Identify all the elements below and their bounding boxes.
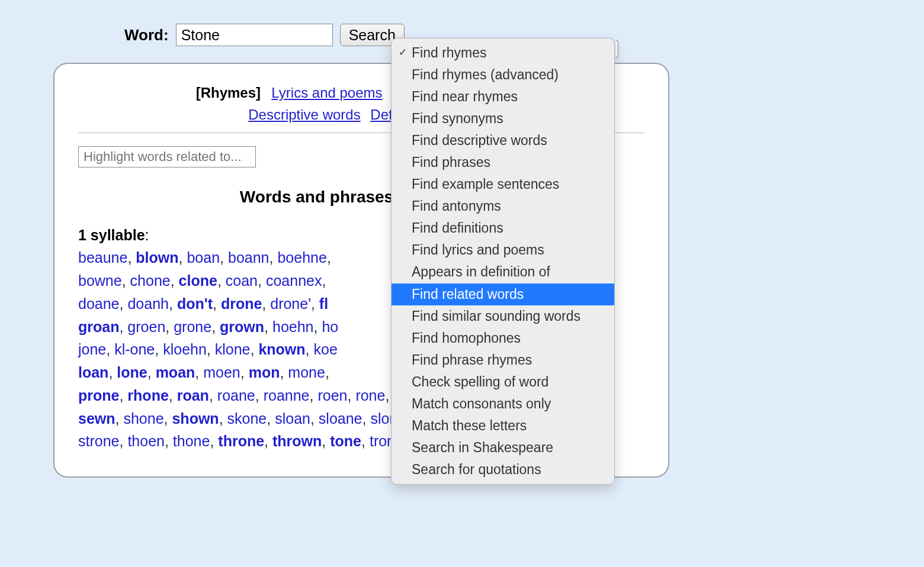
rhyme-word[interactable]: tone [330,433,361,449]
rhyme-word[interactable]: mon [249,364,280,381]
dropdown-option[interactable]: Find phrases [392,152,614,173]
rhyme-word[interactable]: known [258,341,305,357]
rhyme-word[interactable]: doane [78,295,120,312]
rhyme-word[interactable]: sewn [78,410,116,427]
rhyme-word[interactable]: moan [156,364,195,381]
rhyme-word[interactable]: mone [288,364,325,381]
rhyme-word[interactable]: don't [177,295,213,312]
rhyme-word[interactable]: coan [226,272,258,289]
rhyme-word[interactable]: kloehn [163,341,207,357]
rhyme-word[interactable]: strone [78,433,119,449]
rhyme-word[interactable]: clone [179,272,217,289]
rhyme-word[interactable]: fl [319,295,328,312]
rhyme-word[interactable]: thoen [127,433,165,449]
rhyme-word[interactable]: loan [78,364,108,381]
rhyme-word[interactable]: sloane [319,410,362,427]
rhyme-word[interactable]: rhone [127,387,168,404]
rhyme-word[interactable]: koe [314,341,338,357]
dropdown-option[interactable]: Search for quotations [392,459,614,481]
nav-link[interactable]: Lyrics and poems [271,85,382,101]
rhyme-word[interactable]: roanne [264,387,310,404]
dropdown-option[interactable]: Find lyrics and poems [392,239,614,261]
search-input[interactable] [176,24,333,46]
nav-current: [Rhymes] [196,85,261,101]
rhyme-word[interactable]: blown [136,249,178,266]
dropdown-option[interactable]: Find near rhymes [392,86,614,108]
dropdown-option[interactable]: Find similar sounding words [392,305,614,327]
dropdown-option[interactable]: Find descriptive words [392,130,614,152]
dropdown-option[interactable]: Find definitions [392,217,614,239]
rhyme-word[interactable]: lone [117,364,147,381]
rhyme-word[interactable]: klone [215,341,251,357]
rhyme-word[interactable]: roan [177,387,209,404]
rhyme-word[interactable]: jone [78,341,106,357]
rhyme-word[interactable]: sloan [275,410,310,427]
dropdown-option[interactable]: Find rhymes [392,42,614,64]
dropdown-option[interactable]: Match consonants only [392,393,614,415]
rhyme-word[interactable]: thone [173,433,210,449]
rhyme-word[interactable]: throne [218,433,264,449]
dropdown-option[interactable]: Find related words [392,284,614,305]
dropdown-option[interactable]: Find antonyms [392,195,614,217]
rhyme-word[interactable]: shown [172,410,219,427]
rhyme-word[interactable]: boehne [277,249,326,266]
dropdown-option[interactable]: Find homophones [392,327,614,349]
dropdown-option[interactable]: Search in Shakespeare [392,437,614,459]
search-label: Word: [124,26,169,44]
dropdown-option[interactable]: Appears in definition of [392,261,614,283]
rhyme-word[interactable]: bowne [78,272,122,289]
rhyme-word[interactable]: coannex [266,272,322,289]
dropdown-option[interactable]: Check spelling of word [392,371,614,393]
rhyme-word[interactable]: chone [130,272,171,289]
dropdown-option[interactable]: Find example sentences [392,173,614,195]
rhyme-word[interactable]: drone' [270,295,311,312]
dropdown-option[interactable]: Match these letters [392,415,614,437]
rhyme-word[interactable]: hoehn [272,318,314,335]
rhyme-word[interactable]: moen [203,364,240,381]
dropdown-option[interactable]: Find phrase rhymes [392,349,614,371]
highlight-filter-input[interactable] [78,146,256,167]
rhyme-word[interactable]: groan [78,318,119,335]
rhyme-word[interactable]: grone [174,318,211,335]
rhyme-word[interactable]: groen [127,318,165,335]
rhyme-word[interactable]: beaune [78,249,127,266]
rhyme-word[interactable]: rone [355,387,385,404]
rhyme-word[interactable]: boan [187,249,220,266]
rhyme-word[interactable]: ho [322,318,338,335]
rhyme-word[interactable]: doanh [127,295,169,312]
rhyme-word[interactable]: boann [228,249,270,266]
rhyme-word[interactable]: drone [221,295,262,312]
search-type-dropdown[interactable]: Find rhymesFind rhymes (advanced)Find ne… [391,38,615,485]
nav-link[interactable]: Descriptive words [248,107,360,123]
rhyme-word[interactable]: prone [78,387,119,404]
rhyme-word[interactable]: roen [317,387,347,404]
rhyme-word[interactable]: roane [217,387,255,404]
select-right-edge[interactable] [616,40,618,58]
rhyme-word[interactable]: grown [220,318,264,335]
rhyme-word[interactable]: skone [227,410,267,427]
dropdown-option[interactable]: Find rhymes (advanced) [392,64,614,86]
rhyme-word[interactable]: kl-one [114,341,155,357]
rhyme-word[interactable]: thrown [272,433,322,449]
rhyme-word[interactable]: shone [123,410,163,427]
dropdown-option[interactable]: Find synonyms [392,108,614,130]
